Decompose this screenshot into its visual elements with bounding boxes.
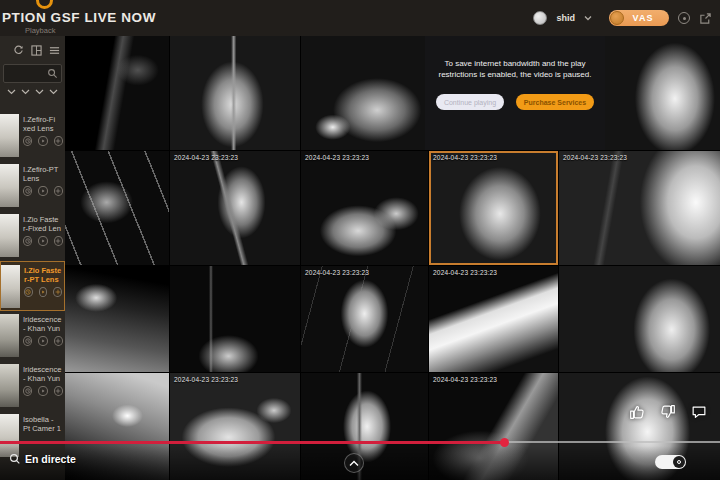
stream-timestamp: 2024-04-23 23:23:23: [433, 269, 497, 276]
stream-cell[interactable]: 2024-04-23 23:23:23: [429, 266, 558, 372]
stream-timestamp: 2024-04-23 23:23:23: [174, 376, 238, 383]
page-title: PTION GSF LIVE NOW: [2, 10, 156, 25]
live-monitoring-app: { "topbar": { "title": "PTION GSF LIVE N…: [0, 0, 720, 480]
camera-name-line1: I.Zio Faste: [23, 215, 63, 224]
stream-cell[interactable]: [301, 36, 428, 150]
thumbs-up-icon[interactable]: [628, 403, 646, 421]
live-toggle[interactable]: [655, 455, 686, 469]
stream-cell[interactable]: [65, 151, 169, 265]
camera-name-line2: - Khan Yun: [23, 374, 63, 383]
camera-thumbnail: [0, 214, 19, 257]
filter-chevron-icon[interactable]: [35, 89, 44, 95]
camera-list-item-selected[interactable]: I.Zio Faste r-PT Lens: [0, 261, 65, 311]
play-icon[interactable]: [38, 236, 47, 246]
share-icon[interactable]: [699, 12, 712, 25]
purchase-services-button[interactable]: Purchase Services: [516, 94, 594, 110]
settings-icon[interactable]: [54, 386, 63, 396]
play-icon[interactable]: [38, 336, 47, 346]
camera-list-item[interactable]: I.Zio Faste r-Fixed Len: [0, 211, 65, 261]
expand-timeline-button[interactable]: [344, 453, 364, 473]
play-icon[interactable]: [39, 287, 48, 297]
history-icon[interactable]: [24, 287, 33, 297]
seek-handle[interactable]: [500, 438, 509, 447]
settings-icon[interactable]: [54, 336, 63, 346]
coin-icon: [610, 11, 624, 25]
camera-sidebar: I.Zefiro-Fi xed Lens I.Zefiro-PT Lens I.…: [0, 36, 65, 480]
stream-cell[interactable]: [559, 266, 720, 372]
stream-cell[interactable]: [170, 266, 300, 372]
comment-icon[interactable]: [690, 403, 708, 421]
refresh-icon[interactable]: [13, 45, 24, 56]
stream-cell[interactable]: [65, 36, 169, 150]
history-icon[interactable]: [23, 386, 32, 396]
live-replay-icon: [9, 453, 21, 465]
camera-thumbnail: [0, 314, 19, 357]
chevron-down-icon[interactable]: [584, 14, 592, 22]
stream-timestamp: 2024-04-23 23:23:23: [433, 376, 497, 383]
filter-row: [0, 83, 65, 95]
play-icon[interactable]: [38, 136, 47, 146]
stream-cell-selected[interactable]: 2024-04-23 23:23:23: [429, 151, 558, 265]
camera-name-line1: I.Zefiro-PT: [23, 165, 63, 174]
stream-timestamp: 2024-04-23 23:23:23: [305, 154, 369, 161]
camera-name-line2: - Khan Yun: [23, 324, 63, 333]
history-icon[interactable]: [23, 236, 32, 246]
seek-bar[interactable]: [0, 441, 720, 443]
play-icon[interactable]: [38, 386, 47, 396]
camera-name-line2: Pt Camer 1: [23, 424, 63, 433]
camera-list-item[interactable]: I.Zefiro-PT Lens: [0, 161, 65, 211]
toggle-knob-icon: [673, 456, 685, 468]
filter-chevron-icon[interactable]: [21, 89, 30, 95]
live-indicator[interactable]: En directe: [9, 453, 76, 465]
settings-icon[interactable]: [54, 236, 63, 246]
bandwidth-pause-overlay: To save internet bandwidth and the play …: [425, 36, 605, 150]
stream-cell[interactable]: 2024-04-23 23:23:23: [559, 151, 720, 265]
stream-timestamp: 2024-04-23 23:23:23: [305, 269, 369, 276]
camera-list-item[interactable]: Iridescence - Khan Yun: [0, 311, 65, 361]
camera-name-line2: r-PT Lens: [24, 275, 62, 284]
camera-list-item[interactable]: I.Zefiro-Fi xed Lens: [0, 111, 65, 161]
camera-name-line2: xed Lens: [23, 124, 63, 133]
avatar[interactable]: [533, 11, 547, 25]
stream-cell[interactable]: [65, 266, 169, 372]
camera-thumbnail: [0, 164, 19, 207]
filter-chevron-icon[interactable]: [7, 89, 16, 95]
username-label: shid: [556, 13, 575, 23]
camera-thumbnail: [1, 265, 20, 308]
camera-name-line1: Iridescence: [23, 315, 63, 324]
sidebar-toolbar: [0, 36, 65, 56]
camera-name-line1: I.Zio Faste: [24, 266, 62, 275]
play-icon[interactable]: [38, 186, 47, 196]
stream-cell[interactable]: 2024-04-23 23:23:23: [301, 151, 428, 265]
menu-icon[interactable]: [49, 45, 60, 56]
camera-list-item[interactable]: Iridescence - Khan Yun: [0, 361, 65, 411]
history-icon[interactable]: [23, 336, 32, 346]
search-input[interactable]: [7, 65, 51, 82]
settings-icon[interactable]: [53, 287, 62, 297]
history-icon[interactable]: [23, 186, 32, 196]
filter-chevron-icon[interactable]: [49, 89, 58, 95]
stream-cell[interactable]: [170, 36, 300, 150]
stream-timestamp: 2024-04-23 23:23:23: [563, 154, 627, 161]
playback-tab[interactable]: Playback: [25, 26, 55, 35]
brand-logo-icon: [36, 0, 53, 9]
camera-thumbnail: [0, 114, 19, 157]
camera-name-line1: Isobella -: [23, 415, 63, 424]
stream-cell[interactable]: 2024-04-23 23:23:23: [301, 266, 428, 372]
settings-icon[interactable]: [54, 136, 63, 146]
history-icon[interactable]: [23, 136, 32, 146]
layout-grid-icon[interactable]: [31, 45, 42, 56]
settings-icon[interactable]: [54, 186, 63, 196]
camera-list: I.Zefiro-Fi xed Lens I.Zefiro-PT Lens I.…: [0, 111, 65, 461]
camera-name-line1: Iridescence: [23, 365, 63, 374]
stream-cell[interactable]: 2024-04-23 23:23:23: [170, 151, 300, 265]
stream-timestamp: 2024-04-23 23:23:23: [433, 154, 497, 161]
continue-playing-button[interactable]: Continue playing: [436, 94, 504, 110]
top-bar: PTION GSF LIVE NOW Playback shid VAS: [0, 0, 720, 36]
thumbs-down-icon[interactable]: [659, 403, 677, 421]
camera-name-line2: r-Fixed Len: [23, 224, 63, 233]
help-icon[interactable]: [678, 12, 690, 24]
vas-button[interactable]: VAS: [609, 10, 669, 26]
camera-thumbnail: [0, 364, 19, 407]
pause-message: To save internet bandwidth and the play …: [433, 58, 597, 80]
